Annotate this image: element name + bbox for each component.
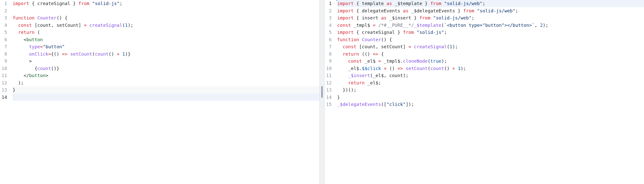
line-number[interactable]: 3 [0,14,9,22]
left-editor-pane[interactable]: 1234567891011121314 import { createSigna… [0,0,319,184]
right-code-area[interactable]: import { template as _$template } from "… [336,0,644,184]
code-line[interactable]: } [13,86,319,94]
line-number[interactable]: 5 [0,29,9,36]
line-number[interactable]: 7 [0,43,9,51]
code-line[interactable]: <button [13,36,319,43]
left-code-area[interactable]: import { createSignal } from "solid-js";… [12,0,319,184]
line-number[interactable]: 4 [0,22,9,29]
code-line[interactable]: const _tmpl$ = /*#__PURE__*/_$template(`… [337,22,644,29]
line-number[interactable]: 3 [325,14,333,22]
code-line[interactable]: _$insert(_el$, count); [337,72,644,79]
line-number[interactable]: 4 [325,22,333,29]
code-line[interactable]: })(); [337,86,644,94]
line-number[interactable]: 11 [325,72,333,79]
code-line[interactable]: } [337,94,644,101]
line-number[interactable]: 1 [0,0,9,7]
code-line[interactable]: const [count, setCount] = createSignal(1… [13,22,319,29]
line-number[interactable]: 8 [325,51,333,58]
code-line[interactable]: const [count, setCount] = createSignal(1… [337,43,644,51]
line-number[interactable]: 6 [325,36,333,43]
divider-handle-icon[interactable] [321,86,323,98]
line-number[interactable]: 11 [0,72,9,79]
line-number[interactable]: 6 [0,36,9,43]
code-line[interactable]: import { template as _$template } from "… [337,0,644,7]
line-number[interactable]: 15 [325,101,333,108]
line-number[interactable]: 12 [0,79,9,87]
line-number[interactable]: 10 [325,65,333,72]
line-number[interactable]: 7 [325,43,333,51]
line-number[interactable]: 2 [0,7,9,15]
code-line[interactable]: function Counter() { [337,36,644,43]
code-line[interactable]: import { createSignal } from "solid-js"; [13,0,319,7]
right-editor-pane[interactable]: 123456789101112131415 import { template … [325,0,644,184]
split-divider[interactable] [319,0,325,184]
line-number[interactable]: 8 [0,51,9,58]
right-gutter: 123456789101112131415 [325,0,336,184]
code-line[interactable]: _el$.$$click = () => setCount(count() + … [337,65,644,72]
code-line[interactable]: import { delegateEvents as _$delegateEve… [337,7,644,15]
left-gutter: 1234567891011121314 [0,0,12,184]
code-line[interactable]: > [13,58,319,65]
code-line[interactable]: </button> [13,72,319,79]
code-line[interactable]: function Counter() { [13,14,319,22]
code-line[interactable] [13,94,319,101]
code-line[interactable]: return _el$; [337,79,644,87]
line-number[interactable]: 12 [325,79,333,87]
code-line[interactable]: type="button" [13,43,319,51]
line-number[interactable]: 13 [0,86,9,94]
code-line[interactable]: return ( [13,29,319,36]
code-line[interactable]: onClick={() => setCount(count() + 1)} [13,51,319,58]
line-number[interactable]: 10 [0,65,9,72]
code-line[interactable]: import { insert as _$insert } from "soli… [337,14,644,22]
code-line[interactable]: {count()} [13,65,319,72]
code-line[interactable] [13,7,319,15]
line-number[interactable]: 14 [0,94,9,101]
line-number[interactable]: 14 [325,94,333,101]
line-number[interactable]: 2 [325,7,333,15]
code-line[interactable]: import { createSignal } from "solid-js"; [337,29,644,36]
code-line[interactable]: _$delegateEvents(["click"]); [337,101,644,108]
line-number[interactable]: 9 [0,58,9,65]
code-line[interactable]: const _el$ = _tmpl$.cloneNode(true); [337,58,644,65]
code-line[interactable]: return (() => { [337,51,644,58]
line-number[interactable]: 9 [325,58,333,65]
line-number[interactable]: 1 [325,0,333,7]
code-line[interactable]: ); [13,79,319,87]
line-number[interactable]: 5 [325,29,333,36]
line-number[interactable]: 13 [325,86,333,94]
